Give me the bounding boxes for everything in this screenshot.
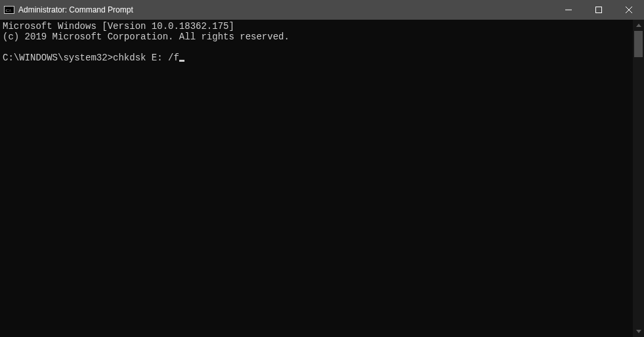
scroll-down-button[interactable] [633, 326, 644, 337]
console-area[interactable]: Microsoft Windows [Version 10.0.18362.17… [0, 20, 644, 337]
titlebar[interactable]: C:\ Administrator: Command Prompt [0, 0, 644, 20]
text-cursor [179, 60, 184, 62]
console-output[interactable]: Microsoft Windows [Version 10.0.18362.17… [0, 20, 633, 337]
scroll-up-button[interactable] [633, 20, 644, 31]
vertical-scrollbar[interactable] [633, 20, 644, 337]
minimize-icon [565, 7, 572, 13]
maximize-button[interactable] [584, 0, 614, 20]
prompt-text: C:\WINDOWS\system32> [3, 53, 113, 63]
svg-rect-3 [596, 7, 602, 13]
chevron-down-icon [636, 330, 641, 333]
chevron-up-icon [636, 24, 641, 27]
titlebar-left: C:\ Administrator: Command Prompt [0, 5, 133, 15]
scrollbar-thumb[interactable] [634, 31, 643, 57]
copyright-line: (c) 2019 Microsoft Corporation. All righ… [3, 32, 290, 42]
window-title: Administrator: Command Prompt [18, 5, 133, 14]
minimize-button[interactable] [553, 0, 584, 20]
cmd-icon: C:\ [4, 5, 14, 15]
close-icon [626, 7, 632, 13]
close-button[interactable] [614, 0, 644, 20]
svg-text:C:\: C:\ [6, 8, 12, 13]
command-input[interactable]: chkdsk E: /f [113, 53, 179, 63]
window-controls [553, 0, 644, 20]
maximize-icon [595, 7, 602, 13]
scrollbar-track[interactable] [633, 31, 644, 326]
version-line: Microsoft Windows [Version 10.0.18362.17… [3, 21, 234, 32]
